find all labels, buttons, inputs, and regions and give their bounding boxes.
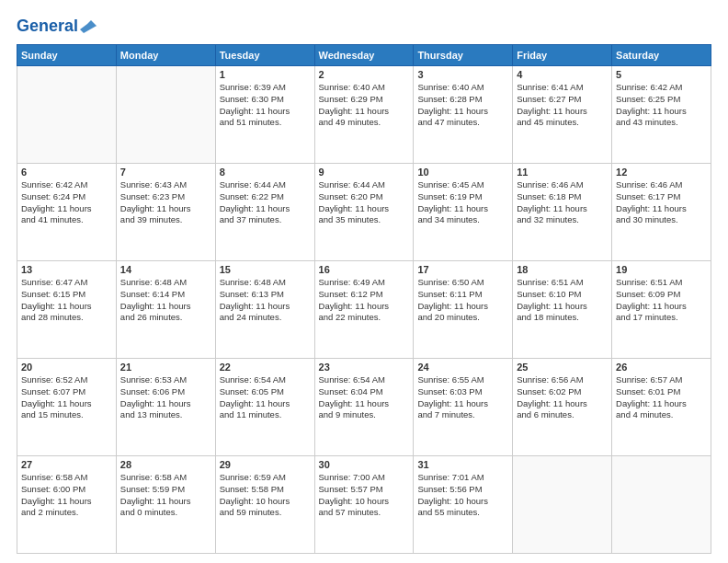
day-number: 13	[21, 264, 112, 275]
calendar-cell: 17Sunrise: 6:50 AMSunset: 6:11 PMDayligh…	[414, 261, 513, 359]
cell-info-line: Daylight: 11 hours	[417, 203, 508, 215]
cell-info-line: Sunrise: 6:49 AM	[319, 277, 410, 289]
cell-info-line: Sunrise: 6:58 AM	[21, 472, 112, 484]
cell-info-line: Sunrise: 6:54 AM	[319, 374, 410, 386]
cell-info-line: Sunrise: 6:40 AM	[319, 82, 410, 94]
calendar-cell: 22Sunrise: 6:54 AMSunset: 6:05 PMDayligh…	[215, 359, 314, 456]
cell-info-line: and 2 minutes.	[21, 507, 112, 519]
cell-info-line: Sunrise: 6:48 AM	[220, 277, 311, 289]
logo: General	[17, 17, 100, 37]
cell-info-line: and 51 minutes.	[220, 117, 311, 129]
cell-info-line: Daylight: 11 hours	[220, 203, 311, 215]
calendar-cell: 5Sunrise: 6:42 AMSunset: 6:25 PMDaylight…	[612, 66, 711, 164]
cell-info-line: Daylight: 11 hours	[417, 398, 508, 410]
cell-info-line: Sunset: 6:05 PM	[220, 386, 311, 398]
cell-info-line: Sunset: 6:13 PM	[220, 289, 311, 301]
cell-info-line: Daylight: 11 hours	[319, 106, 410, 118]
cell-info-line: and 0 minutes.	[120, 507, 211, 519]
weekday-header-wednesday: Wednesday	[314, 45, 414, 66]
cell-info-line: Sunset: 6:07 PM	[21, 386, 112, 398]
cell-info-line: and 37 minutes.	[220, 214, 311, 226]
cell-info-line: Daylight: 11 hours	[21, 301, 112, 313]
cell-info-line: Sunrise: 6:41 AM	[517, 82, 608, 94]
cell-info-line: Sunset: 5:58 PM	[220, 484, 311, 496]
cell-info-line: Sunset: 6:20 PM	[319, 191, 410, 203]
cell-info-line: and 30 minutes.	[616, 214, 707, 226]
day-number: 21	[120, 362, 211, 373]
day-number: 3	[417, 69, 508, 80]
cell-info-line: Daylight: 11 hours	[21, 496, 112, 508]
day-number: 29	[220, 459, 311, 470]
day-number: 1	[220, 69, 311, 80]
cell-info-line: and 4 minutes.	[616, 409, 707, 421]
calendar-cell	[513, 456, 612, 554]
logo-icon	[80, 17, 100, 37]
calendar-cell: 2Sunrise: 6:40 AMSunset: 6:29 PMDaylight…	[314, 66, 414, 164]
cell-info-line: and 22 minutes.	[319, 312, 410, 324]
cell-info-line: Sunrise: 6:46 AM	[616, 179, 707, 191]
cell-info-line: Sunset: 6:27 PM	[517, 94, 608, 106]
day-number: 17	[417, 264, 508, 275]
cell-info-line: Daylight: 11 hours	[616, 398, 707, 410]
cell-info-line: Daylight: 11 hours	[517, 301, 608, 313]
cell-info-line: Sunset: 6:14 PM	[120, 289, 211, 301]
day-number: 31	[417, 459, 508, 470]
cell-info-line: and 45 minutes.	[517, 117, 608, 129]
cell-info-line: Daylight: 11 hours	[616, 106, 707, 118]
cell-info-line: Sunset: 6:11 PM	[417, 289, 508, 301]
cell-info-line: Sunrise: 6:44 AM	[220, 179, 311, 191]
calendar-cell: 6Sunrise: 6:42 AMSunset: 6:24 PMDaylight…	[17, 164, 117, 261]
cell-info-line: Daylight: 10 hours	[417, 496, 508, 508]
cell-info-line: Sunrise: 6:45 AM	[417, 179, 508, 191]
weekday-header-saturday: Saturday	[612, 45, 711, 66]
calendar-cell: 16Sunrise: 6:49 AMSunset: 6:12 PMDayligh…	[314, 261, 414, 359]
cell-info-line: and 11 minutes.	[220, 409, 311, 421]
day-number: 19	[616, 264, 707, 275]
calendar-cell: 18Sunrise: 6:51 AMSunset: 6:10 PMDayligh…	[513, 261, 612, 359]
calendar-cell: 31Sunrise: 7:01 AMSunset: 5:56 PMDayligh…	[414, 456, 513, 554]
cell-info-line: Sunrise: 6:56 AM	[517, 374, 608, 386]
cell-info-line: Sunset: 6:12 PM	[319, 289, 410, 301]
cell-info-line: Daylight: 11 hours	[517, 398, 608, 410]
cell-info-line: Daylight: 11 hours	[417, 301, 508, 313]
day-number: 23	[319, 362, 410, 373]
calendar-cell	[116, 66, 215, 164]
day-number: 22	[220, 362, 311, 373]
calendar-cell: 19Sunrise: 6:51 AMSunset: 6:09 PMDayligh…	[612, 261, 711, 359]
calendar-cell: 1Sunrise: 6:39 AMSunset: 6:30 PMDaylight…	[215, 66, 314, 164]
cell-info-line: Sunset: 6:28 PM	[417, 94, 508, 106]
day-number: 16	[319, 264, 410, 275]
cell-info-line: Daylight: 11 hours	[517, 203, 608, 215]
calendar-cell: 14Sunrise: 6:48 AMSunset: 6:14 PMDayligh…	[116, 261, 215, 359]
svg-marker-0	[80, 20, 100, 33]
calendar-cell: 10Sunrise: 6:45 AMSunset: 6:19 PMDayligh…	[414, 164, 513, 261]
cell-info-line: Daylight: 11 hours	[120, 398, 211, 410]
cell-info-line: Daylight: 11 hours	[616, 301, 707, 313]
header: General	[17, 17, 711, 37]
cell-info-line: Sunset: 6:02 PM	[517, 386, 608, 398]
cell-info-line: and 39 minutes.	[120, 214, 211, 226]
weekday-header-thursday: Thursday	[414, 45, 513, 66]
cell-info-line: Daylight: 11 hours	[220, 398, 311, 410]
calendar-week-3: 13Sunrise: 6:47 AMSunset: 6:15 PMDayligh…	[17, 261, 711, 359]
calendar-week-2: 6Sunrise: 6:42 AMSunset: 6:24 PMDaylight…	[17, 164, 711, 261]
day-number: 9	[319, 167, 410, 178]
cell-info-line: and 43 minutes.	[616, 117, 707, 129]
cell-info-line: and 59 minutes.	[220, 507, 311, 519]
cell-info-line: Sunset: 6:09 PM	[616, 289, 707, 301]
cell-info-line: Daylight: 11 hours	[21, 398, 112, 410]
calendar-week-1: 1Sunrise: 6:39 AMSunset: 6:30 PMDaylight…	[17, 66, 711, 164]
cell-info-line: and 57 minutes.	[319, 507, 410, 519]
cell-info-line: Sunset: 5:59 PM	[120, 484, 211, 496]
cell-info-line: Sunrise: 6:43 AM	[120, 179, 211, 191]
cell-info-line: Sunrise: 6:58 AM	[120, 472, 211, 484]
cell-info-line: and 32 minutes.	[517, 214, 608, 226]
cell-info-line: Daylight: 11 hours	[417, 106, 508, 118]
calendar-cell: 4Sunrise: 6:41 AMSunset: 6:27 PMDaylight…	[513, 66, 612, 164]
cell-info-line: Sunset: 6:17 PM	[616, 191, 707, 203]
day-number: 10	[417, 167, 508, 178]
calendar-cell: 8Sunrise: 6:44 AMSunset: 6:22 PMDaylight…	[215, 164, 314, 261]
day-number: 8	[220, 167, 311, 178]
day-number: 24	[417, 362, 508, 373]
cell-info-line: Sunset: 6:23 PM	[120, 191, 211, 203]
